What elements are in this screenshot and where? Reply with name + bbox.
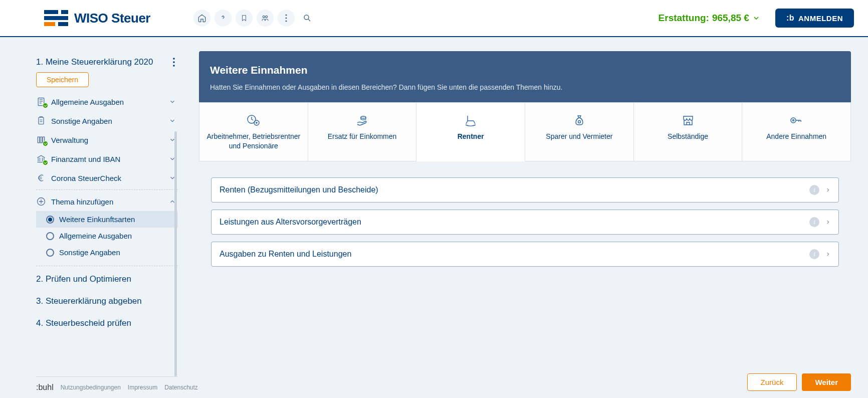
bookmark-icon[interactable] xyxy=(236,10,253,27)
svg-point-13 xyxy=(173,65,175,67)
svg-rect-15 xyxy=(39,117,44,124)
key-coin-icon xyxy=(789,114,804,127)
footer-link-datenschutz[interactable]: Datenschutz xyxy=(164,384,198,391)
nav-item-finanzamt[interactable]: Finanzamt und IBAN xyxy=(36,149,178,168)
sub-item-sonstige-angaben[interactable]: Sonstige Angaben xyxy=(36,244,178,261)
chevron-down-icon xyxy=(169,117,178,124)
logo-icon xyxy=(44,8,68,28)
chevron-down-icon xyxy=(752,14,760,22)
svg-point-7 xyxy=(285,14,287,16)
svg-point-8 xyxy=(285,17,287,19)
page-header: Weitere Einnahmen Hatten Sie Einnahmen o… xyxy=(199,51,851,102)
tab-sparer[interactable]: Sparer und Vermieter xyxy=(525,102,634,161)
page-subtitle: Hatten Sie Einnahmen oder Ausgaben in di… xyxy=(210,83,840,91)
footer-link-impressum[interactable]: Impressum xyxy=(128,384,157,391)
topic-ausgaben[interactable]: Ausgaben zu Renten und Leistungen i xyxy=(211,242,839,267)
step-menu-icon[interactable] xyxy=(173,58,175,67)
svg-rect-4 xyxy=(58,22,68,26)
signin-button[interactable]: :b ANMELDEN xyxy=(775,9,854,28)
refund-label: Erstattung: xyxy=(659,13,709,24)
tab-ersatz[interactable]: Ersatz für Einkommen xyxy=(308,102,417,161)
radio-icon xyxy=(46,232,54,240)
plus-circle-icon xyxy=(36,196,46,207)
svg-point-24 xyxy=(791,118,796,123)
step-1-heading[interactable]: 1. Meine Steuererklärung 2020 xyxy=(36,57,178,67)
shop-icon xyxy=(681,114,695,127)
step-4-heading[interactable]: 4. Steuerbescheid prüfen xyxy=(36,312,178,334)
nav-tree: Allgemeine Ausgaben Sonstige Angaben xyxy=(36,92,178,266)
clock-coin-icon xyxy=(247,114,261,127)
sidebar-footer: :buhl Nutzungsbedingungen Impressum Date… xyxy=(36,376,178,398)
nav-item-verwaltung[interactable]: Verwaltung xyxy=(36,130,178,149)
info-icon[interactable]: i xyxy=(809,249,819,259)
topbar: WISO Steuer Erstattung: 965,85 € :b ANME xyxy=(0,0,868,37)
app-name: WISO Steuer xyxy=(74,11,150,26)
app-logo[interactable]: WISO Steuer xyxy=(44,8,150,28)
sidebar: 1. Meine Steuererklärung 2020 Speichern … xyxy=(0,37,178,398)
nav-item-corona[interactable]: Corona SteuerCheck xyxy=(36,168,178,187)
home-icon[interactable] xyxy=(193,10,210,27)
euro-icon xyxy=(36,173,46,183)
svg-point-10 xyxy=(304,15,309,20)
sub-item-allgemeine-ausgaben[interactable]: Allgemeine Ausgaben xyxy=(36,228,178,244)
svg-point-25 xyxy=(793,120,794,121)
info-icon[interactable]: i xyxy=(809,185,819,195)
people-icon[interactable] xyxy=(257,10,274,27)
tab-selbstaendige[interactable]: Selbständige xyxy=(634,102,743,161)
signin-label: ANMELDEN xyxy=(798,14,843,23)
refund-display[interactable]: Erstattung: 965,85 € xyxy=(659,13,760,24)
topic-renten[interactable]: Renten (Bezugsmitteilungen und Bescheide… xyxy=(211,177,839,203)
save-button[interactable]: Speichern xyxy=(36,72,89,87)
rocking-chair-icon xyxy=(464,114,478,127)
step-3-heading[interactable]: 3. Steuererklärung abgeben xyxy=(36,290,178,312)
next-button[interactable]: Weiter xyxy=(802,373,851,391)
svg-rect-3 xyxy=(44,22,55,26)
radio-selected-icon xyxy=(46,216,54,224)
money-bag-icon xyxy=(572,114,586,127)
svg-rect-2 xyxy=(44,16,68,20)
nav-item-add-topic[interactable]: Thema hinzufügen xyxy=(36,192,178,211)
tab-andere[interactable]: Andere Einnahmen xyxy=(742,102,851,161)
footer-link-nutzungsbedingungen[interactable]: Nutzungsbedingungen xyxy=(61,384,121,391)
sub-item-weitere-einkunftsarten[interactable]: Weitere Einkunftsarten xyxy=(36,211,178,228)
tab-rentner[interactable]: Rentner xyxy=(416,102,525,161)
chevron-right-icon xyxy=(825,218,830,226)
chevron-down-icon xyxy=(169,98,178,105)
category-tabs: Arbeitnehmer, Betriebsrentner und Pensio… xyxy=(199,102,851,161)
help-icon[interactable] xyxy=(214,10,232,27)
svg-point-11 xyxy=(173,58,175,60)
step-2-heading[interactable]: 2. Prüfen und Optimieren xyxy=(36,268,178,290)
tab-arbeitnehmer[interactable]: Arbeitnehmer, Betriebsrentner und Pensio… xyxy=(199,102,308,161)
topic-altersvorsorge[interactable]: Leistungen aus Altersvorsorgeverträgen i xyxy=(211,210,839,235)
svg-rect-16 xyxy=(38,137,39,143)
toolbar xyxy=(193,10,316,27)
svg-point-23 xyxy=(578,121,580,123)
step-1-title: 1. Meine Steuererklärung 2020 xyxy=(36,57,153,67)
chevron-right-icon xyxy=(825,250,830,258)
svg-rect-0 xyxy=(44,10,58,14)
buhl-icon: :b xyxy=(786,14,794,23)
page-title: Weitere Einnahmen xyxy=(210,64,840,76)
more-icon[interactable] xyxy=(278,10,295,27)
radio-icon xyxy=(46,249,54,257)
refund-amount: 965,85 € xyxy=(712,13,749,24)
svg-rect-17 xyxy=(40,137,42,143)
info-icon[interactable]: i xyxy=(809,217,819,227)
svg-rect-1 xyxy=(61,10,68,14)
folders-icon xyxy=(36,135,46,145)
bank-icon xyxy=(36,154,46,164)
topic-list: Renten (Bezugsmitteilungen und Bescheide… xyxy=(199,161,851,284)
nav-item-sonstige-angaben[interactable]: Sonstige Angaben xyxy=(36,111,178,130)
svg-point-9 xyxy=(285,20,287,22)
back-button[interactable]: Zurück xyxy=(747,373,797,391)
hand-coins-icon xyxy=(355,114,369,127)
main-content: Weitere Einnahmen Hatten Sie Einnahmen o… xyxy=(178,37,868,398)
svg-point-5 xyxy=(263,16,265,18)
svg-point-6 xyxy=(266,16,268,18)
scrollbar[interactable] xyxy=(174,131,177,376)
svg-point-22 xyxy=(361,116,366,118)
clipboard-icon xyxy=(36,116,46,126)
svg-point-12 xyxy=(173,61,175,63)
search-icon[interactable] xyxy=(299,10,316,27)
nav-item-allgemeine-ausgaben[interactable]: Allgemeine Ausgaben xyxy=(36,92,178,111)
